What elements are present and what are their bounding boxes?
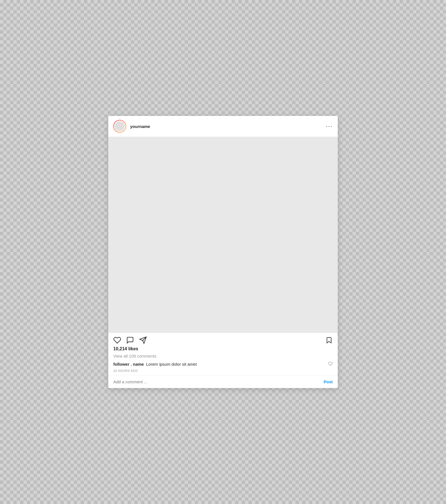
add-comment-input[interactable] bbox=[113, 379, 323, 384]
heart-icon bbox=[113, 336, 121, 344]
avatar bbox=[115, 121, 125, 131]
avatar-ring[interactable] bbox=[113, 120, 126, 133]
action-bar bbox=[108, 333, 338, 346]
more-options-button[interactable]: ··· bbox=[326, 123, 333, 129]
view-comments-link[interactable]: View all 109 comments bbox=[113, 354, 156, 358]
add-comment-row: Post bbox=[108, 375, 338, 388]
post-header: yourname ··· bbox=[108, 116, 338, 137]
share-button[interactable] bbox=[139, 336, 147, 344]
comment-username[interactable]: follower . name bbox=[113, 362, 144, 367]
bookmark-icon bbox=[325, 337, 333, 344]
post-comment-button[interactable]: Post bbox=[323, 379, 333, 384]
comment-icon bbox=[126, 336, 134, 344]
likes-section: 10,214 likes bbox=[108, 346, 338, 353]
comment-heart-icon bbox=[328, 361, 333, 366]
comment-like-button[interactable] bbox=[328, 361, 333, 367]
comment-text: Lorem ipsum dolor sit amet bbox=[146, 362, 328, 367]
timestamp: 10 HOURS AGO bbox=[108, 368, 338, 375]
comment-button[interactable] bbox=[126, 336, 134, 344]
like-button[interactable] bbox=[113, 336, 121, 344]
post-image bbox=[108, 137, 338, 333]
likes-count: 10,214 likes bbox=[113, 346, 138, 351]
save-button[interactable] bbox=[325, 337, 333, 344]
share-icon bbox=[139, 336, 147, 344]
left-actions bbox=[113, 336, 325, 344]
username-label[interactable]: yourname bbox=[130, 124, 326, 129]
view-comments-section[interactable]: View all 109 comments bbox=[108, 353, 338, 360]
comment-row: follower . name Lorem ipsum dolor sit am… bbox=[108, 360, 338, 368]
instagram-post-card: yourname ··· bbox=[108, 116, 338, 388]
